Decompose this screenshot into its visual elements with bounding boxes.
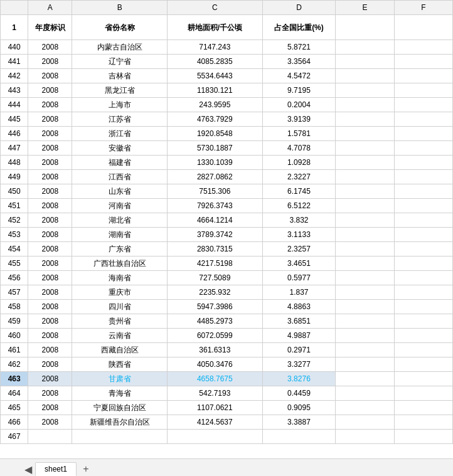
cell-a-466[interactable]: 2008 xyxy=(28,415,72,430)
cell-c-443[interactable]: 11830.121 xyxy=(167,83,262,98)
cell-b-450[interactable]: 山东省 xyxy=(72,184,168,199)
cell-c-445[interactable]: 4763.7929 xyxy=(167,112,262,127)
cell-c-466[interactable]: 4124.5637 xyxy=(167,415,262,430)
cell-d-466[interactable]: 3.3887 xyxy=(262,415,336,430)
cell-c-459[interactable]: 4485.2973 xyxy=(167,314,262,329)
cell-a-461[interactable]: 2008 xyxy=(28,343,72,357)
cell-d-454[interactable]: 2.3257 xyxy=(262,242,336,257)
cell-a-452[interactable]: 2008 xyxy=(28,213,72,228)
cell-a-467[interactable] xyxy=(28,430,72,444)
cell-c-451[interactable]: 7926.3743 xyxy=(167,199,262,213)
cell-a-460[interactable]: 2008 xyxy=(28,329,72,343)
cell-d-441[interactable]: 3.3564 xyxy=(262,55,336,69)
cell-c-455[interactable]: 4217.5198 xyxy=(167,257,262,271)
cell-d-456[interactable]: 0.5977 xyxy=(262,271,336,285)
cell-a-449[interactable]: 2008 xyxy=(28,170,72,184)
add-sheet-icon[interactable]: + xyxy=(79,462,93,476)
cell-c-460[interactable]: 6072.0599 xyxy=(167,329,262,343)
cell-b-467[interactable] xyxy=(72,430,168,444)
cell-a-463[interactable]: 2008 xyxy=(28,372,72,386)
cell-c-452[interactable]: 4664.1214 xyxy=(167,213,262,228)
cell-d-444[interactable]: 0.2004 xyxy=(262,98,336,112)
cell-d-463[interactable]: 3.8276 xyxy=(262,372,336,386)
cell-c-450[interactable]: 7515.306 xyxy=(167,184,262,199)
cell-c-440[interactable]: 7147.243 xyxy=(167,40,262,55)
cell-c-467[interactable] xyxy=(167,430,262,444)
cell-a-457[interactable]: 2008 xyxy=(28,285,72,300)
cell-c-448[interactable]: 1330.1039 xyxy=(167,156,262,170)
cell-b-455[interactable]: 广西壮族自治区 xyxy=(72,257,168,271)
cell-d-446[interactable]: 1.5781 xyxy=(262,127,336,141)
cell-c-446[interactable]: 1920.8548 xyxy=(167,127,262,141)
cell-b-442[interactable]: 吉林省 xyxy=(72,69,168,83)
cell-d-458[interactable]: 4.8863 xyxy=(262,300,336,314)
col-header-d[interactable]: D xyxy=(262,1,336,15)
cell-a-464[interactable]: 2008 xyxy=(28,386,72,401)
cell-d-453[interactable]: 3.1133 xyxy=(262,228,336,242)
cell-c-464[interactable]: 542.7193 xyxy=(167,386,262,401)
cell-a-443[interactable]: 2008 xyxy=(28,83,72,98)
header-cell-d1[interactable]: 占全国比重(%) xyxy=(262,15,336,40)
cell-a-446[interactable]: 2008 xyxy=(28,127,72,141)
cell-a-462[interactable]: 2008 xyxy=(28,357,72,372)
cell-b-456[interactable]: 海南省 xyxy=(72,271,168,285)
cell-a-440[interactable]: 2008 xyxy=(28,40,72,55)
cell-b-451[interactable]: 河南省 xyxy=(72,199,168,213)
cell-a-448[interactable]: 2008 xyxy=(28,156,72,170)
cell-d-465[interactable]: 0.9095 xyxy=(262,401,336,415)
cell-d-457[interactable]: 1.837 xyxy=(262,285,336,300)
cell-b-448[interactable]: 福建省 xyxy=(72,156,168,170)
cell-c-461[interactable]: 361.6313 xyxy=(167,343,262,357)
cell-a-458[interactable]: 2008 xyxy=(28,300,72,314)
cell-b-463[interactable]: 甘肃省 xyxy=(72,372,168,386)
cell-b-453[interactable]: 湖南省 xyxy=(72,228,168,242)
cell-b-465[interactable]: 宁夏回族自治区 xyxy=(72,401,168,415)
header-cell-c1[interactable]: 耕地面积/千公顷 xyxy=(167,15,262,40)
cell-d-461[interactable]: 0.2971 xyxy=(262,343,336,357)
cell-b-461[interactable]: 西藏自治区 xyxy=(72,343,168,357)
cell-c-463[interactable]: 4658.7675 xyxy=(167,372,262,386)
cell-b-446[interactable]: 浙江省 xyxy=(72,127,168,141)
cell-b-441[interactable]: 辽宁省 xyxy=(72,55,168,69)
col-header-f[interactable]: F xyxy=(394,1,452,15)
cell-a-459[interactable]: 2008 xyxy=(28,314,72,329)
col-header-b[interactable]: B xyxy=(72,1,168,15)
cell-a-450[interactable]: 2008 xyxy=(28,184,72,199)
cell-d-460[interactable]: 4.9887 xyxy=(262,329,336,343)
col-header-a[interactable]: A xyxy=(28,1,72,15)
cell-c-449[interactable]: 2827.0862 xyxy=(167,170,262,184)
col-header-c[interactable]: C xyxy=(167,1,262,15)
cell-c-447[interactable]: 5730.1887 xyxy=(167,141,262,156)
cell-a-441[interactable]: 2008 xyxy=(28,55,72,69)
cell-a-445[interactable]: 2008 xyxy=(28,112,72,127)
cell-b-440[interactable]: 内蒙古自治区 xyxy=(72,40,168,55)
cell-d-455[interactable]: 3.4651 xyxy=(262,257,336,271)
cell-b-457[interactable]: 重庆市 xyxy=(72,285,168,300)
cell-b-444[interactable]: 上海市 xyxy=(72,98,168,112)
cell-b-447[interactable]: 安徽省 xyxy=(72,141,168,156)
cell-b-466[interactable]: 新疆维吾尔自治区 xyxy=(72,415,168,430)
cell-a-453[interactable]: 2008 xyxy=(28,228,72,242)
cell-b-452[interactable]: 湖北省 xyxy=(72,213,168,228)
cell-a-444[interactable]: 2008 xyxy=(28,98,72,112)
cell-d-451[interactable]: 6.5122 xyxy=(262,199,336,213)
cell-c-462[interactable]: 4050.3476 xyxy=(167,357,262,372)
cell-b-464[interactable]: 青海省 xyxy=(72,386,168,401)
cell-b-460[interactable]: 云南省 xyxy=(72,329,168,343)
cell-d-450[interactable]: 6.1745 xyxy=(262,184,336,199)
cell-a-456[interactable]: 2008 xyxy=(28,271,72,285)
cell-d-452[interactable]: 3.832 xyxy=(262,213,336,228)
cell-b-449[interactable]: 江西省 xyxy=(72,170,168,184)
add-sheet-button[interactable]: ◀ xyxy=(21,462,35,476)
cell-b-462[interactable]: 陕西省 xyxy=(72,357,168,372)
cell-d-459[interactable]: 3.6851 xyxy=(262,314,336,329)
cell-c-457[interactable]: 2235.932 xyxy=(167,285,262,300)
cell-a-465[interactable]: 2008 xyxy=(28,401,72,415)
sheet-tab-sheet1[interactable]: sheet1 xyxy=(35,462,77,476)
cell-d-447[interactable]: 4.7078 xyxy=(262,141,336,156)
cell-c-465[interactable]: 1107.0621 xyxy=(167,401,262,415)
cell-a-451[interactable]: 2008 xyxy=(28,199,72,213)
cell-c-441[interactable]: 4085.2835 xyxy=(167,55,262,69)
cell-d-445[interactable]: 3.9139 xyxy=(262,112,336,127)
cell-c-442[interactable]: 5534.6443 xyxy=(167,69,262,83)
